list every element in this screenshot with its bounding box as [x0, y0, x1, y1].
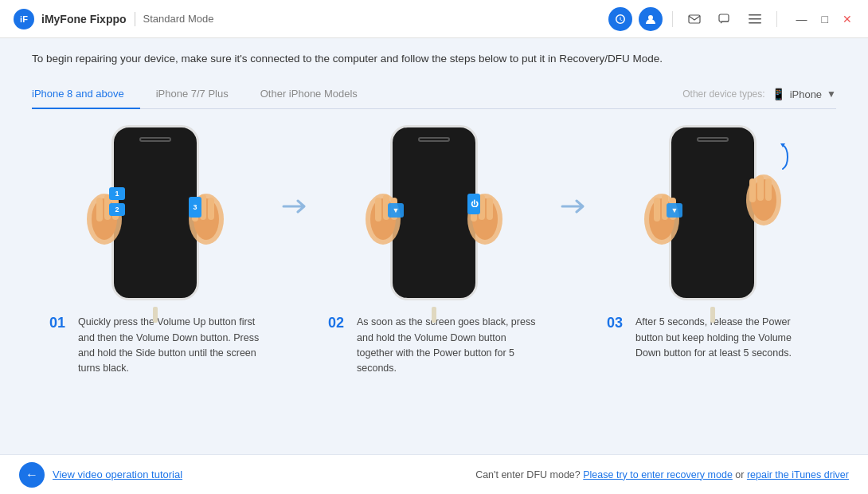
step-block-1: 1 2 3 01 Quickly press — [32, 117, 279, 377]
main-content: To begin repairing your device, make sur… — [0, 38, 868, 454]
sep-1 — [672, 11, 673, 27]
svg-rect-20 — [375, 198, 381, 222]
svg-rect-3 — [689, 15, 700, 23]
app-logo: iF — [13, 8, 35, 30]
dfu-text: Can't enter DFU mode? — [475, 469, 581, 480]
svg-rect-37 — [765, 178, 772, 201]
other-device-label: Other device types: — [682, 88, 764, 100]
chat-icon[interactable] — [713, 7, 737, 31]
phone-notch-1 — [139, 137, 171, 142]
menu-icon[interactable] — [743, 7, 767, 31]
tab-bar: iPhone 8 and above iPhone 7/7 Plus Other… — [32, 80, 836, 109]
video-tutorial-link[interactable]: View video operation tutorial — [53, 469, 182, 480]
or-text: or — [735, 469, 747, 480]
arrow-1 — [279, 117, 311, 216]
arrow-2 — [557, 117, 589, 216]
svg-rect-5 — [749, 14, 761, 16]
dropdown-arrow-icon[interactable]: ▼ — [827, 88, 836, 100]
svg-rect-36 — [757, 175, 764, 201]
step-block-3: ▼ 03 — [589, 117, 836, 361]
step-desc-2: 02 As soon as the screen goes black, pre… — [319, 315, 549, 377]
phone-cable-2 — [432, 307, 436, 323]
update-icon[interactable] — [608, 7, 632, 31]
tab-other-iphone[interactable]: Other iPhone Models — [244, 80, 373, 109]
step-num-3: 03 — [607, 315, 629, 331]
recovery-mode-link[interactable]: Please try to enter recovery mode — [583, 469, 733, 480]
app-name: iMyFone Fixppo — [41, 13, 127, 25]
step-desc-1: 01 Quickly press the Volume Up button fi… — [40, 315, 271, 377]
mode-label: Standard Mode — [143, 13, 214, 25]
instruction-text: To begin repairing your device, make sur… — [32, 51, 836, 67]
power-indicator-2: ⏻ — [467, 194, 480, 214]
mail-icon[interactable] — [682, 7, 706, 31]
phone-illustration-2: ▼ ⏻ — [354, 117, 514, 308]
steps-area: 1 2 3 01 Quickly press — [32, 109, 836, 454]
footer: ← View video operation tutorial Can't en… — [0, 454, 868, 494]
step-text-3: After 5 seconds, release the Power butto… — [635, 315, 819, 361]
maximize-button[interactable]: □ — [819, 11, 831, 27]
device-select-group[interactable]: 📱 iPhone ▼ — [772, 88, 836, 100]
vol-down-indicator-3: ▼ — [667, 203, 682, 218]
sep-2 — [776, 11, 777, 27]
tab-iphone7[interactable]: iPhone 7/7 Plus — [140, 80, 244, 109]
profile-icon[interactable] — [639, 7, 663, 31]
svg-text:iF: iF — [20, 14, 28, 24]
svg-rect-35 — [749, 178, 756, 202]
vol-down-indicator-2: ▼ — [388, 203, 404, 218]
title-bar: iF iMyFone Fixppo Standard Mode — [0, 0, 868, 38]
svg-rect-6 — [749, 18, 761, 20]
step-text-2: As soon as the screen goes black, press … — [357, 315, 540, 377]
itunes-link[interactable]: repair the iTunes driver — [747, 469, 849, 480]
footer-right: Can't enter DFU mode? Please try to ente… — [475, 469, 849, 480]
vol-up-indicator: 1 — [109, 187, 125, 200]
power-indicator-1: 3 — [189, 197, 201, 218]
toolbar-icons: — □ ✕ — [608, 7, 855, 31]
title-divider — [135, 12, 135, 26]
svg-rect-30 — [654, 198, 660, 222]
window-controls: — □ ✕ — [793, 11, 855, 27]
step-text-1: Quickly press the Volume Up button first… — [78, 315, 261, 377]
vol-down-indicator: 2 — [109, 203, 125, 216]
svg-rect-7 — [749, 22, 761, 24]
minimize-button[interactable]: — — [793, 11, 811, 27]
footer-left: ← View video operation tutorial — [19, 462, 182, 488]
step-num-1: 01 — [49, 315, 72, 331]
svg-rect-10 — [96, 198, 103, 222]
phone-illustration-3: ▼ — [633, 117, 792, 308]
back-button[interactable]: ← — [19, 462, 45, 488]
device-select-value: iPhone — [790, 88, 822, 100]
svg-rect-4 — [719, 14, 729, 22]
svg-rect-17 — [208, 198, 214, 220]
phone-cable-1 — [153, 307, 158, 323]
step-block-2: ▼ ⏻ 02 As soon as the screen goes black,… — [311, 117, 557, 377]
phone-notch-2 — [418, 137, 450, 142]
close-button[interactable]: ✕ — [839, 11, 855, 27]
phone-illustration-1: 1 2 3 — [76, 117, 235, 308]
step-num-2: 02 — [328, 315, 350, 331]
phone-cable-3 — [710, 307, 715, 323]
tab-iphone8-above[interactable]: iPhone 8 and above — [32, 80, 140, 109]
phone-notch-3 — [697, 137, 729, 142]
svg-rect-27 — [487, 198, 493, 220]
device-icon: 📱 — [772, 88, 785, 100]
